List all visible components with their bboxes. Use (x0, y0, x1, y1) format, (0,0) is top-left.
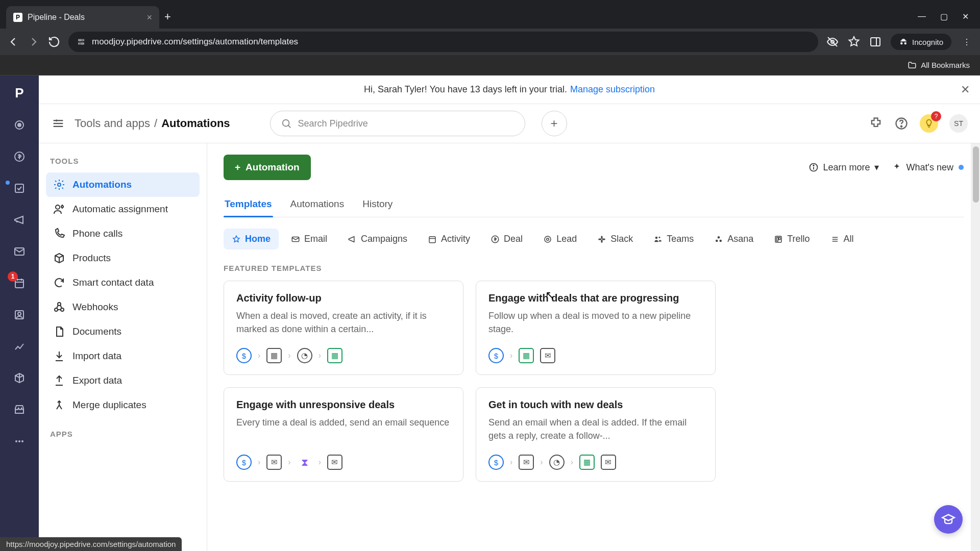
learn-more-dropdown[interactable]: Learn more▾ (808, 162, 878, 173)
close-window-icon[interactable]: ✕ (962, 12, 969, 21)
svg-rect-55 (779, 237, 780, 240)
rail-more-icon[interactable] (10, 432, 29, 451)
back-icon[interactable] (7, 36, 19, 48)
bookmark-star-icon[interactable] (848, 36, 860, 48)
search-input[interactable]: Search Pipedrive (270, 111, 525, 136)
svg-rect-11 (15, 184, 23, 192)
content-tabs: Templates Automations History (224, 193, 964, 217)
all-bookmarks-link[interactable]: All Bookmarks (921, 61, 970, 69)
minimize-icon[interactable]: — (918, 12, 926, 21)
crumb-current: Automations (161, 117, 230, 130)
rail-contacts-icon[interactable] (10, 305, 29, 324)
chevron-right-icon: › (258, 458, 260, 467)
sidebar-item-export-data[interactable]: Export data (46, 368, 200, 393)
brand-logo-icon[interactable]: P (9, 83, 30, 103)
clock-icon: ◔ (549, 455, 565, 470)
chip-campaigns[interactable]: Campaigns (339, 229, 415, 249)
svg-point-43 (547, 238, 549, 240)
tips-bulb-icon[interactable]: ? (920, 114, 938, 133)
svg-point-42 (545, 236, 551, 242)
academy-fab[interactable] (934, 505, 963, 534)
template-card[interactable]: Activity follow-up When a deal is moved,… (224, 281, 463, 375)
template-card[interactable]: Get in touch with new deals Send an emai… (476, 387, 716, 482)
chip-home[interactable]: Home (224, 229, 279, 249)
rail-products-icon[interactable] (10, 368, 29, 388)
sidebar-item-automatic-assignment[interactable]: Automatic assignment (46, 197, 200, 221)
card-title: Activity follow-up (236, 292, 451, 304)
svg-rect-39 (429, 236, 435, 242)
svg-point-49 (659, 236, 660, 238)
scrollbar-track[interactable] (971, 143, 980, 551)
sidebar-item-automations[interactable]: Automations (46, 172, 200, 197)
rail-campaigns-icon[interactable] (10, 210, 29, 230)
sidebar-item-webhooks[interactable]: Webhooks (46, 295, 200, 319)
rail-activities-icon[interactable]: 1 (10, 273, 29, 293)
browser-menu-icon[interactable]: ⋮ (961, 36, 973, 48)
crumb-parent[interactable]: Tools and apps (75, 117, 150, 130)
chip-activity[interactable]: Activity (420, 229, 478, 249)
sidepanel-icon[interactable] (869, 36, 881, 48)
close-tab-icon[interactable]: × (146, 12, 152, 23)
manage-subscription-link[interactable]: Manage subscription (570, 84, 655, 95)
chevron-right-icon: › (510, 351, 512, 360)
url-box[interactable]: moodjoy.pipedrive.com/settings/automatio… (68, 32, 818, 52)
quick-add-button[interactable]: + (542, 111, 567, 136)
svg-rect-54 (777, 237, 778, 241)
chip-lead[interactable]: Lead (535, 229, 585, 249)
scrollbar-thumb[interactable] (973, 146, 979, 203)
sidebar-item-documents[interactable]: Documents (46, 319, 200, 344)
chip-email[interactable]: Email (283, 229, 335, 249)
maximize-icon[interactable]: ▢ (940, 12, 948, 21)
sidebar-item-phone-calls[interactable]: Phone calls (46, 221, 200, 246)
sidebar-item-merge-duplicates[interactable]: Merge duplicates (46, 393, 200, 417)
help-icon[interactable] (894, 116, 909, 131)
template-card[interactable]: Engage with deals that are progressing F… (476, 281, 716, 375)
svg-rect-6 (871, 38, 880, 46)
tab-templates[interactable]: Templates (224, 193, 273, 217)
sidebar-header-tools: TOOLS (50, 157, 195, 165)
rail-projects-icon[interactable] (10, 179, 29, 198)
svg-rect-45 (601, 239, 603, 242)
deal-icon: $ (488, 455, 504, 470)
sidebar-item-products[interactable]: Products (46, 246, 200, 270)
sidebar-item-import-data[interactable]: Import data (46, 344, 200, 368)
rail-mail-icon[interactable] (10, 242, 29, 261)
chip-trello[interactable]: Trello (766, 229, 818, 249)
rail-deals-icon[interactable] (10, 147, 29, 166)
extensions-icon[interactable] (869, 116, 883, 131)
deal-icon: $ (488, 348, 504, 363)
chip-deal[interactable]: Deal (482, 229, 531, 249)
user-avatar[interactable]: ST (949, 114, 968, 133)
svg-point-21 (21, 440, 23, 442)
reload-icon[interactable] (48, 36, 60, 48)
incognito-chip[interactable]: Incognito (891, 34, 951, 50)
search-icon (281, 118, 292, 129)
chevron-down-icon: ▾ (874, 162, 879, 173)
chip-teams[interactable]: Teams (645, 229, 702, 249)
sidebar-item-smart-contact-data[interactable]: Smart contact data (46, 270, 200, 295)
eye-off-icon[interactable] (826, 36, 839, 48)
rail-insights-icon[interactable] (10, 337, 29, 356)
chip-all[interactable]: All (822, 229, 862, 249)
new-automation-button[interactable]: +Automation (224, 155, 311, 180)
trial-banner: Hi, Sarah Tyler! You have 13 days left i… (39, 76, 980, 104)
forward-icon[interactable] (28, 36, 40, 48)
tab-automations[interactable]: Automations (289, 193, 346, 217)
chip-asana[interactable]: Asana (706, 229, 762, 249)
template-card[interactable]: Engage with unresponsive deals Every tim… (224, 387, 463, 482)
chip-slack[interactable]: Slack (589, 229, 641, 249)
graduation-cap-icon (941, 512, 955, 527)
rail-focus-icon[interactable] (10, 115, 29, 135)
star-icon (232, 235, 241, 244)
whats-new-link[interactable]: What's new (892, 162, 964, 173)
collapse-sidebar-icon[interactable] (51, 116, 65, 131)
banner-close-icon[interactable]: ✕ (961, 83, 970, 96)
sidebar-header-apps: APPS (50, 430, 195, 438)
svg-point-2 (79, 39, 81, 41)
trial-text: Hi, Sarah Tyler! You have 13 days left i… (364, 84, 567, 95)
new-tab-button[interactable]: + (164, 10, 171, 23)
card-flow-icons: $› ▦› ◔› ▦ (236, 348, 451, 363)
browser-tab[interactable]: P Pipeline - Deals × (6, 6, 159, 29)
tab-history[interactable]: History (361, 193, 394, 217)
rail-marketplace-icon[interactable] (10, 400, 29, 419)
